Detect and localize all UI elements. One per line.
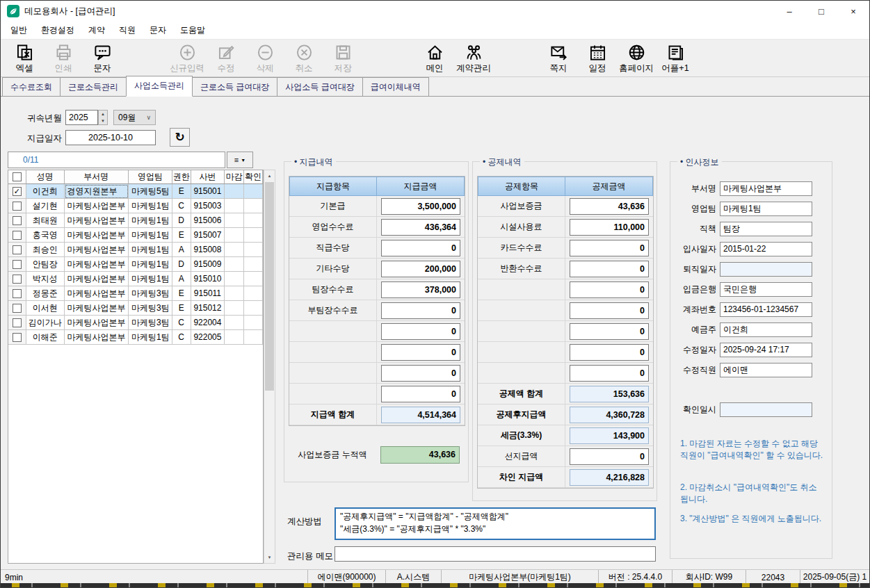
menu-item-5[interactable]: 도움말 xyxy=(173,24,212,36)
tab-0[interactable]: 수수료조회 xyxy=(2,77,61,96)
deduction-row-amount-input[interactable] xyxy=(570,240,649,256)
minimize-button[interactable]: – xyxy=(773,1,805,22)
payment-row-amount-input[interactable] xyxy=(381,198,460,215)
confirm-date-input[interactable] xyxy=(720,402,812,417)
row-checkbox[interactable] xyxy=(13,245,22,254)
employee-row[interactable]: 김이가나마케팅사업본부마케팅3팀C922004 xyxy=(8,316,263,330)
deduction-row-amount-input[interactable] xyxy=(570,302,649,319)
toolbar-button-homepage[interactable]: 홈페이지 xyxy=(617,42,656,74)
refresh-button[interactable]: ↻ xyxy=(170,128,190,147)
row-checkbox[interactable] xyxy=(13,260,22,269)
hr-field-input[interactable] xyxy=(720,242,812,256)
payment-row-amount-input[interactable] xyxy=(381,219,460,236)
employee-row[interactable]: 설기현마케팅사업본부마케팅1팀C915003 xyxy=(8,199,263,213)
row-checkbox[interactable] xyxy=(13,216,22,225)
row-checkbox[interactable] xyxy=(13,318,22,327)
toolbar-button-home[interactable]: 메인 xyxy=(415,42,454,74)
year-input[interactable] xyxy=(65,110,98,125)
menu-item-3[interactable]: 직원 xyxy=(112,24,143,36)
employee-row[interactable]: 이건희경영지원본부마케팅5팀E915001 xyxy=(8,184,263,199)
year-spinner[interactable]: ▲ ▼ xyxy=(98,110,108,125)
row-select-cell[interactable] xyxy=(8,228,26,243)
payment-row-amount-input[interactable] xyxy=(381,261,460,277)
employee-row[interactable]: 이해준마케팅사업본부마케팅1팀C922005 xyxy=(8,330,263,345)
hr-field-input[interactable] xyxy=(720,222,812,236)
row-checkbox[interactable] xyxy=(13,289,22,298)
toolbar-button-message[interactable]: 쪽지 xyxy=(539,42,578,74)
deduction-row-amount-input[interactable] xyxy=(570,323,649,340)
row-checkbox[interactable] xyxy=(13,231,22,240)
hr-field-input[interactable] xyxy=(720,282,812,297)
row-select-cell[interactable] xyxy=(8,330,26,345)
deduction-row-amount-input[interactable] xyxy=(570,407,649,423)
deduction-row-amount-input[interactable] xyxy=(570,281,649,298)
row-checkbox[interactable] xyxy=(13,187,22,196)
row-select-cell[interactable] xyxy=(8,257,26,272)
month-select[interactable]: 09월 ∨ xyxy=(113,110,156,125)
tab-1[interactable]: 근로소득관리 xyxy=(60,77,127,96)
hr-field-input[interactable] xyxy=(720,363,812,377)
menu-item-1[interactable]: 환경설정 xyxy=(34,24,81,36)
employee-row[interactable]: 이서현마케팅사업본부마케팅3팀E915012 xyxy=(8,301,263,316)
close-button[interactable]: × xyxy=(837,1,869,22)
scrollbar-thumb[interactable] xyxy=(265,182,274,391)
deduction-row-amount-input[interactable] xyxy=(570,365,649,382)
employee-row[interactable]: 박지성마케팅사업본부마케팅1팀A915010 xyxy=(8,272,263,286)
grid-menu-button[interactable]: ≡▼ xyxy=(227,152,253,168)
payment-row-amount-input[interactable] xyxy=(381,302,460,319)
deposit-amount-input[interactable] xyxy=(380,446,460,464)
menu-item-2[interactable]: 계약 xyxy=(81,24,112,36)
hr-field-input[interactable] xyxy=(720,343,812,357)
deduction-row-amount-input[interactable] xyxy=(570,448,649,465)
row-select-cell[interactable] xyxy=(8,301,26,316)
row-checkbox[interactable] xyxy=(13,333,22,342)
tab-2[interactable]: 사업소득관리 xyxy=(126,76,193,97)
menu-item-4[interactable]: 문자 xyxy=(143,24,173,36)
row-checkbox[interactable] xyxy=(13,275,22,284)
admin-memo-input[interactable] xyxy=(335,546,656,562)
payment-row-amount-input[interactable] xyxy=(381,344,460,361)
payment-row-amount-input[interactable] xyxy=(381,240,460,256)
row-select-cell[interactable] xyxy=(8,243,26,257)
row-select-cell[interactable] xyxy=(8,286,26,301)
toolbar-button-sms[interactable]: 문자 xyxy=(83,42,122,74)
employee-row[interactable]: 안팀장마케팅사업본부마케팅1팀D915009 xyxy=(8,257,263,272)
payment-row-amount-input[interactable] xyxy=(381,323,460,340)
payment-row-amount-input[interactable] xyxy=(381,407,460,423)
hr-field-input[interactable] xyxy=(720,302,812,317)
row-select-cell[interactable] xyxy=(8,184,26,199)
employee-row[interactable]: 최승인마케팅사업본부마케팅1팀A915008 xyxy=(8,243,263,257)
toolbar-button-calendar[interactable]: 일정 xyxy=(578,42,617,74)
tab-4[interactable]: 사업소득 급여대장 xyxy=(277,77,362,96)
calc-method-textarea[interactable]: "공제후지급액" = "지급액합계" - "공제액합계" "세금(3.3%)" … xyxy=(335,507,656,540)
row-select-cell[interactable] xyxy=(8,199,26,213)
employee-row[interactable]: 정몽준마케팅사업본부마케팅3팀E915011 xyxy=(8,286,263,301)
tab-3[interactable]: 근로소득 급여대장 xyxy=(192,77,277,96)
row-select-cell[interactable] xyxy=(8,316,26,330)
payment-row-amount-input[interactable] xyxy=(381,386,460,402)
toolbar-button-app[interactable]: 어플+1 xyxy=(656,42,695,74)
scroll-up-icon[interactable]: ▲ xyxy=(264,170,275,181)
hr-field-input[interactable] xyxy=(720,322,812,337)
row-checkbox[interactable] xyxy=(13,304,22,313)
toolbar-button-excel[interactable]: 엑셀 xyxy=(5,42,44,74)
deduction-row-amount-input[interactable] xyxy=(570,427,649,444)
row-select-cell[interactable] xyxy=(8,213,26,228)
tab-5[interactable]: 급여이체내역 xyxy=(362,77,429,96)
deduction-row-amount-input[interactable] xyxy=(570,386,649,402)
deduction-row-amount-input[interactable] xyxy=(570,469,649,486)
scroll-down-icon[interactable]: ▼ xyxy=(264,552,275,563)
hr-field-input[interactable] xyxy=(720,181,812,196)
payment-row-amount-input[interactable] xyxy=(381,365,460,382)
payment-row-amount-input[interactable] xyxy=(381,281,460,298)
maximize-button[interactable]: □ xyxy=(805,1,837,22)
hr-field-input[interactable] xyxy=(720,202,812,216)
deduction-row-amount-input[interactable] xyxy=(570,219,649,236)
employee-row[interactable]: 최태원마케팅사업본부마케팅1팀D915006 xyxy=(8,213,263,228)
spinner-up-icon[interactable]: ▲ xyxy=(99,111,107,117)
hr-field-input[interactable] xyxy=(720,262,812,277)
row-select-cell[interactable] xyxy=(8,272,26,286)
row-checkbox[interactable] xyxy=(13,202,22,211)
select-all-cell[interactable] xyxy=(8,170,26,184)
select-all-checkbox[interactable] xyxy=(13,172,22,181)
